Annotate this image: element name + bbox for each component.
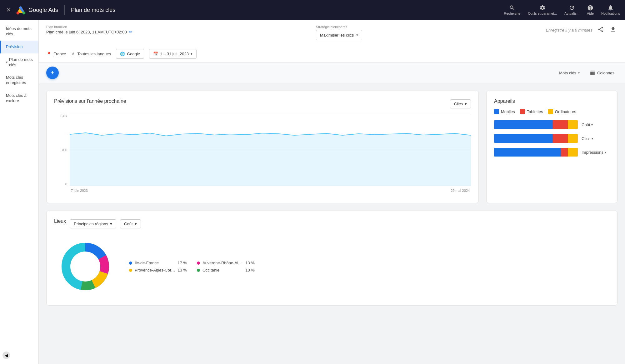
page-header: Plan brouillon Plan créé le juin 6, 2023…	[39, 20, 625, 63]
close-button[interactable]: ✕	[5, 5, 12, 15]
help-action[interactable]: Aide	[587, 5, 594, 15]
sidebar-item-prevision[interactable]: Prévision	[0, 41, 38, 53]
lieux-card: Lieux Principales régions ▾ Coût ▾	[46, 211, 618, 306]
clics-mobile-segment	[494, 134, 553, 143]
cout-lieux-arrow: ▾	[135, 222, 137, 226]
chart-container: 1,4 k 700 0	[54, 114, 471, 195]
plan-meta: Plan brouillon Plan créé le juin 6, 2023…	[46, 25, 618, 40]
cout-lieux-label: Coût	[124, 222, 132, 226]
svg-marker-8	[70, 133, 471, 186]
notifications-action-label: Notifications	[601, 12, 620, 15]
language-filter[interactable]: Ａ Toutes les langues	[71, 51, 111, 57]
network-icon: 🌐	[120, 52, 125, 56]
search-action[interactable]: Recherche	[504, 5, 520, 15]
download-icon	[610, 26, 616, 32]
brouillon-label: Plan brouillon	[46, 25, 132, 29]
ile-de-france-pct: 17 %	[178, 261, 187, 265]
mots-cles-arrow: ▾	[578, 71, 580, 75]
app-logo: Google Ads	[16, 5, 58, 15]
mots-cles-label: Mots clés	[559, 71, 576, 75]
plan-info: Plan brouillon Plan créé le juin 6, 2023…	[46, 25, 132, 34]
provence-pct: 13 %	[178, 268, 187, 272]
location-icon: 📍	[46, 52, 52, 57]
date-filter[interactable]: 📅 1 – 31 juil. 2023 ▾	[149, 49, 197, 59]
lieux-title: Lieux	[54, 218, 66, 224]
cout-bar-row: Coût ▾	[494, 120, 610, 129]
plan-date-row: Plan créé le juin 6, 2023, 11 AM, UTC+02…	[46, 29, 132, 34]
impressions-ordinateur-segment	[568, 148, 578, 157]
network-label: Google	[127, 52, 140, 56]
impressions-label[interactable]: Impressions ▾	[582, 150, 610, 155]
lieux-item-occitanie: Occitanie 10 %	[197, 268, 255, 272]
toolbar: + Mots clés ▾ Colonnes	[39, 63, 625, 83]
language-label: Toutes les langues	[77, 52, 111, 56]
appareils-legend: Mobiles Tablettes Ordinateurs	[494, 109, 610, 114]
sidebar-item-mots-cles-enregistres[interactable]: Mots clés enregistrés	[0, 71, 38, 89]
plan-date: Plan créé le juin 6, 2023, 11 AM, UTC+02…	[46, 30, 127, 34]
occitanie-label: Occitanie	[202, 268, 219, 272]
location-label: France	[53, 52, 66, 56]
occitanie-pct: 10 %	[245, 268, 255, 272]
download-button[interactable]	[609, 25, 618, 35]
legend-mobiles: Mobiles	[494, 109, 515, 114]
network-filter[interactable]: 🌐 Google	[116, 49, 144, 59]
clics-dropdown[interactable]: Clics ▾	[450, 99, 471, 108]
colonnes-button[interactable]: Colonnes	[587, 68, 618, 77]
date-label: 1 – 31 juil. 2023	[160, 52, 189, 56]
sidebar-item-idees[interactable]: Idées de mots clés	[0, 22, 38, 41]
legend-ordinateurs: Ordinateurs	[548, 109, 576, 114]
lieux-header: Lieux Principales régions ▾ Coût ▾	[54, 218, 610, 229]
toolbar-right: Mots clés ▾ Colonnes	[556, 68, 618, 77]
previsions-header: Prévisions sur l'année prochaine Clics ▾	[54, 98, 471, 109]
cout-tablette-segment	[553, 120, 568, 129]
sidebar-collapse-button[interactable]: ◀	[2, 352, 10, 359]
main-layout: Idées de mots clés Prévision ▾ Plan de m…	[0, 20, 625, 364]
donut-chart	[54, 235, 117, 298]
refresh-action-label: Actualis...	[564, 12, 579, 15]
cout-ordinateur-segment	[568, 120, 578, 129]
help-action-label: Aide	[587, 12, 594, 15]
tablettes-label: Tablettes	[527, 109, 543, 114]
location-filter[interactable]: 📍 France	[46, 52, 66, 57]
refresh-action[interactable]: Actualis...	[564, 5, 579, 15]
share-button[interactable]	[596, 25, 605, 35]
notifications-icon	[608, 5, 614, 11]
auvergne-label: Auvergne-Rhône-Al…	[202, 261, 242, 265]
tools-action[interactable]: Outils et paramet...	[528, 5, 557, 15]
impressions-mobile-segment	[494, 148, 561, 157]
strategie-select[interactable]: Maximiser les clics ▾	[316, 30, 362, 40]
principales-regions-dropdown[interactable]: Principales régions ▾	[70, 219, 116, 228]
impressions-tablette-segment	[561, 148, 568, 157]
clics-tablette-segment	[553, 134, 568, 143]
filters-row: 📍 France Ａ Toutes les langues 🌐 Google 📅…	[46, 45, 618, 62]
nav-divider	[64, 5, 65, 15]
sidebar-item-mots-cles-exclure[interactable]: Mots clés à exclure	[0, 89, 38, 107]
principales-regions-arrow: ▾	[110, 222, 112, 226]
mobiles-label: Mobiles	[501, 109, 515, 114]
cout-label[interactable]: Coût ▾	[582, 122, 610, 127]
edit-icon[interactable]: ✏	[129, 29, 132, 34]
chart-svg	[70, 114, 471, 186]
clics-bar-row: Clics ▾	[494, 134, 610, 143]
help-icon	[587, 5, 593, 11]
previsions-title: Prévisions sur l'année prochaine	[54, 98, 126, 104]
provence-label: Provence-Alpes-Côt…	[135, 268, 175, 272]
y-label-top: 1,4 k	[60, 114, 67, 118]
clics-label[interactable]: Clics ▾	[582, 136, 610, 141]
notifications-action[interactable]: Notifications	[601, 5, 620, 15]
colonnes-icon	[590, 70, 595, 76]
chart-area	[70, 114, 471, 186]
ile-de-france-label: Île-de-France	[135, 261, 159, 265]
cout-lieux-dropdown[interactable]: Coût ▾	[120, 219, 141, 228]
x-label-start: 7 juin 2023	[71, 189, 88, 192]
app-name: Google Ads	[28, 7, 58, 13]
tablettes-color	[520, 109, 525, 114]
donut-center	[71, 252, 100, 281]
main-content: Plan brouillon Plan créé le juin 6, 2023…	[39, 20, 625, 364]
mots-cles-dropdown[interactable]: Mots clés ▾	[556, 69, 583, 77]
legend-tablettes: Tablettes	[520, 109, 543, 114]
strategie-arrow: ▾	[356, 33, 358, 37]
ordinateurs-label: Ordinateurs	[555, 109, 576, 114]
sidebar-item-plan[interactable]: ▾ Plan de mots clés	[0, 53, 38, 72]
add-button[interactable]: +	[46, 67, 59, 79]
